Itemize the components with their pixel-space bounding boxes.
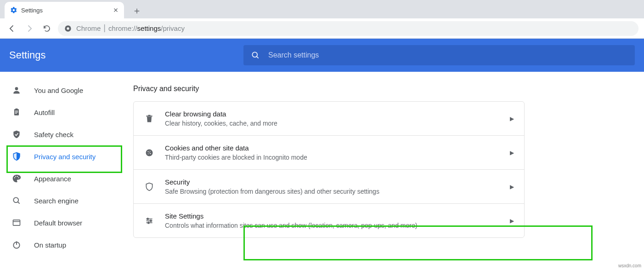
svg-point-17	[18, 177, 19, 178]
sidebar-item-label: Appearance	[34, 175, 71, 183]
main-panel: Privacy and security Clear browsing data…	[133, 72, 644, 256]
sidebar-item-label: On startup	[34, 241, 66, 249]
settings-gear-icon	[10, 6, 17, 14]
row-site-settings[interactable]: Site Settings Controls what information …	[134, 204, 524, 237]
sidebar-item-autofill[interactable]: Autofill	[0, 101, 133, 123]
sidebar-item-label: Safety check	[34, 131, 73, 138]
row-title: Site Settings	[165, 212, 500, 220]
content: You and Google Autofill Safety check Pri…	[0, 72, 644, 256]
sidebar-item-label: Search engine	[34, 197, 79, 205]
sidebar-item-appearance[interactable]: Appearance	[0, 167, 133, 190]
sidebar-item-safety-check[interactable]: Safety check	[0, 123, 133, 145]
shield-icon	[144, 182, 155, 191]
row-text: Site Settings Controls what information …	[165, 212, 500, 229]
svg-point-31	[149, 152, 150, 153]
svg-point-37	[148, 222, 149, 223]
sidebar-item-you-and-google[interactable]: You and Google	[0, 79, 133, 101]
close-tab-icon[interactable]	[113, 7, 119, 13]
chevron-right-icon: ▶	[510, 218, 514, 224]
sidebar-item-label: Autofill	[34, 109, 55, 116]
svg-point-27	[147, 151, 148, 152]
chevron-right-icon: ▶	[510, 184, 514, 190]
sidebar-item-on-startup[interactable]: On startup	[0, 234, 133, 256]
tab-bar: Settings	[0, 0, 644, 18]
browser-chrome: Settings Chrome|chrome://settings/privac…	[0, 0, 644, 39]
back-button[interactable]	[6, 22, 18, 35]
privacy-card: Clear browsing data Clear history, cooki…	[133, 101, 525, 238]
svg-point-15	[15, 176, 16, 177]
shield-icon	[11, 152, 22, 161]
tune-icon	[144, 216, 155, 225]
svg-line-19	[18, 202, 20, 204]
svg-point-14	[14, 177, 15, 178]
url-text: Chrome|chrome://settings/privacy	[76, 23, 185, 33]
address-bar: Chrome|chrome://settings/privacy	[0, 18, 644, 39]
svg-point-35	[147, 218, 148, 219]
section-title: Privacy and security	[133, 85, 525, 93]
row-security[interactable]: Security Safe Browsing (protection from …	[134, 170, 524, 204]
svg-point-30	[148, 153, 149, 154]
svg-rect-12	[15, 112, 18, 112]
page-title: Settings	[9, 49, 243, 61]
search-input[interactable]	[268, 51, 627, 59]
tab-title: Settings	[21, 7, 109, 14]
browser-window-icon	[11, 218, 22, 227]
svg-rect-11	[15, 111, 18, 111]
svg-point-16	[17, 176, 18, 177]
watermark: wsxdn.com	[618, 263, 641, 268]
svg-point-28	[150, 150, 151, 151]
clipboard-icon	[11, 108, 22, 117]
svg-point-5	[67, 27, 69, 29]
row-title: Cookies and other site data	[165, 144, 500, 152]
shield-check-icon	[11, 130, 22, 139]
new-tab-button[interactable]	[130, 4, 144, 18]
person-icon	[11, 86, 22, 95]
cookie-icon	[144, 148, 155, 157]
row-subtitle: Controls what information sites can use …	[165, 222, 500, 229]
row-title: Security	[165, 178, 500, 186]
chevron-right-icon: ▶	[510, 115, 514, 122]
row-text: Cookies and other site data Third-party …	[165, 144, 500, 161]
row-subtitle: Clear history, cookies, cache, and more	[165, 120, 500, 127]
svg-rect-10	[16, 109, 18, 110]
reload-button[interactable]	[40, 22, 53, 35]
search-box[interactable]	[243, 45, 635, 65]
settings-header: Settings	[0, 39, 644, 72]
svg-point-8	[15, 87, 18, 90]
palette-icon	[11, 174, 22, 183]
svg-rect-13	[15, 113, 17, 114]
sidebar-item-label: You and Google	[34, 86, 83, 94]
row-text: Security Safe Browsing (protection from …	[165, 178, 500, 195]
sidebar: You and Google Autofill Safety check Pri…	[0, 72, 133, 256]
forward-button[interactable]	[23, 22, 36, 35]
svg-point-36	[150, 220, 152, 221]
svg-rect-20	[13, 220, 20, 225]
sidebar-item-label: Default browser	[34, 219, 82, 227]
svg-point-18	[13, 197, 18, 202]
omnibox[interactable]: Chrome|chrome://settings/privacy	[58, 21, 638, 36]
svg-line-7	[257, 57, 259, 58]
row-text: Clear browsing data Clear history, cooki…	[165, 110, 500, 127]
row-clear-browsing-data[interactable]: Clear browsing data Clear history, cooki…	[134, 102, 524, 136]
search-icon	[251, 51, 260, 60]
browser-tab[interactable]: Settings	[5, 2, 124, 18]
svg-point-6	[252, 52, 257, 57]
svg-point-29	[150, 153, 151, 154]
sidebar-item-default-browser[interactable]: Default browser	[0, 212, 133, 234]
sidebar-item-search-engine[interactable]: Search engine	[0, 190, 133, 212]
row-title: Clear browsing data	[165, 110, 500, 118]
chevron-right-icon: ▶	[510, 150, 514, 156]
power-icon	[11, 240, 22, 249]
row-subtitle: Third-party cookies are blocked in Incog…	[165, 154, 500, 161]
row-cookies[interactable]: Cookies and other site data Third-party …	[134, 136, 524, 170]
svg-rect-25	[148, 115, 151, 115]
sidebar-item-privacy-security[interactable]: Privacy and security	[0, 145, 133, 167]
trash-icon	[144, 114, 155, 123]
row-subtitle: Safe Browsing (protection from dangerous…	[165, 188, 500, 195]
search-icon	[11, 196, 22, 205]
sidebar-item-label: Privacy and security	[34, 153, 96, 161]
chrome-logo-icon	[64, 25, 72, 32]
